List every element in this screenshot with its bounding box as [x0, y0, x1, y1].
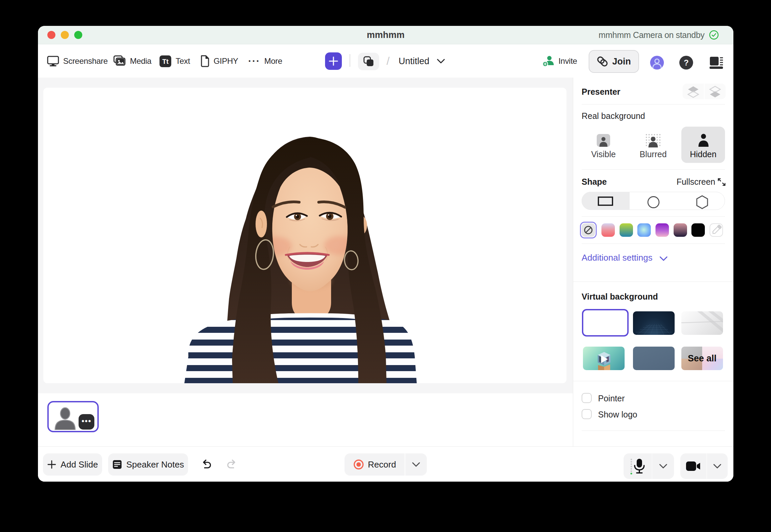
svg-text:Tt: Tt: [162, 58, 169, 65]
